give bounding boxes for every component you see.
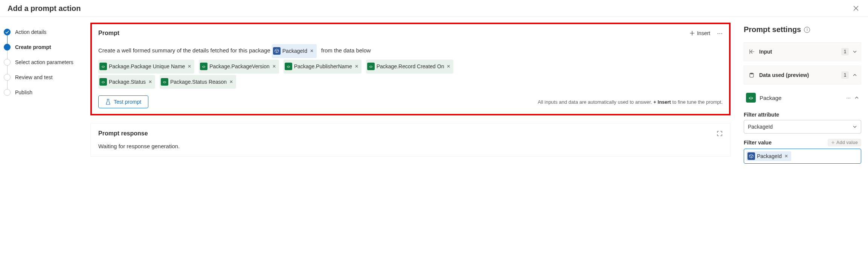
chevron-down-icon: [853, 49, 857, 54]
info-icon[interactable]: i: [804, 27, 810, 33]
hint-text: All inputs and data are automatically us…: [538, 99, 653, 105]
pending-step-icon: [4, 74, 11, 81]
prompt-text-fragment: from the data below: [321, 47, 371, 54]
step-label: Select action parameters: [15, 59, 73, 65]
token-publisher-name[interactable]: Package.PublisherName ✕: [284, 60, 362, 74]
remove-chip-button[interactable]: ✕: [229, 77, 234, 87]
data-entry-package: Package ···: [744, 89, 861, 106]
close-icon: [853, 6, 859, 11]
token-status[interactable]: Package.Status ✕: [98, 75, 155, 89]
chip-label: PackageId: [282, 45, 307, 57]
prompt-settings-panel: Prompt settings i Input 1 Data used (pre…: [744, 17, 868, 177]
svg-point-0: [750, 73, 754, 74]
step-create-prompt[interactable]: Create prompt: [4, 40, 87, 55]
token-packageid[interactable]: PackageId ✕: [272, 44, 317, 58]
dataverse-icon: [161, 78, 168, 86]
chip-label: Package.Status Reason: [170, 76, 227, 88]
dataverse-icon: [200, 63, 207, 70]
dataverse-icon: [746, 93, 756, 103]
hint-text: to fine tune the prompt.: [671, 99, 723, 105]
count-badge: 1: [841, 48, 849, 55]
settings-title: Prompt settings: [744, 25, 801, 34]
token-package-version[interactable]: Package.PackageVersion ✕: [199, 60, 279, 74]
token-status-reason[interactable]: Package.Status Reason ✕: [160, 75, 236, 89]
add-value-label: Add value: [836, 140, 858, 145]
insert-button[interactable]: Insert: [690, 30, 710, 36]
main-content: Prompt Insert ··· Create a well formed s…: [90, 17, 744, 170]
response-heading: Prompt response: [98, 130, 148, 137]
response-body: Waiting for response generation.: [98, 143, 723, 149]
section-label: Input: [759, 49, 837, 55]
select-value: PackageId: [748, 124, 773, 130]
dataverse-icon: [99, 63, 107, 70]
step-label: Review and test: [15, 74, 53, 80]
chevron-up-icon: [853, 73, 857, 77]
dialog-header: Add a prompt action: [0, 0, 868, 17]
section-label: Data used (preview): [759, 72, 837, 78]
current-step-icon: [4, 44, 11, 51]
step-action-details[interactable]: Action details: [4, 25, 87, 40]
add-value-button[interactable]: Add value: [828, 139, 861, 146]
hint-strong: + Insert: [653, 99, 671, 105]
remove-chip-button[interactable]: ✕: [784, 154, 789, 159]
chevron-up-icon[interactable]: [854, 95, 859, 100]
chip-label: PackageId: [757, 153, 782, 159]
fullscreen-button[interactable]: [717, 130, 723, 137]
section-input[interactable]: Input 1: [744, 42, 861, 61]
step-label: Action details: [15, 29, 46, 35]
filter-attribute-select[interactable]: PackageId: [744, 120, 861, 134]
beaker-icon: [105, 99, 111, 105]
plus-icon: [831, 141, 835, 144]
data-entry-label: Package: [760, 95, 842, 101]
chip-label: Package.Record Created On: [377, 61, 444, 72]
chip-label: Package.Package Unique Name: [109, 61, 185, 72]
dataverse-icon: [367, 63, 375, 70]
token-package-unique-name[interactable]: Package.Package Unique Name ✕: [98, 60, 194, 74]
pending-step-icon: [4, 59, 11, 66]
entry-more-button[interactable]: ···: [846, 95, 851, 101]
filter-attribute-field: Filter attribute PackageId: [744, 112, 861, 134]
fullscreen-icon: [717, 130, 723, 137]
remove-chip-button[interactable]: ✕: [354, 61, 359, 71]
chip-label: Package.PublisherName: [294, 61, 352, 72]
step-review-and-test[interactable]: Review and test: [4, 70, 87, 85]
step-label: Publish: [15, 89, 32, 95]
dataverse-icon: [99, 78, 107, 86]
database-icon: [748, 72, 755, 78]
pending-step-icon: [4, 89, 11, 96]
chip-label: Package.PackageVersion: [209, 61, 270, 72]
count-badge: 1: [841, 71, 849, 79]
test-prompt-button[interactable]: Test prompt: [98, 95, 148, 108]
step-select-action-parameters[interactable]: Select action parameters: [4, 55, 87, 70]
token-packageid[interactable]: PackageId ✕: [746, 151, 791, 161]
prompt-card: Prompt Insert ··· Create a well formed s…: [90, 23, 731, 115]
more-actions-button[interactable]: ···: [717, 30, 723, 37]
remove-chip-button[interactable]: ✕: [446, 61, 451, 71]
dialog-title: Add a prompt action: [8, 4, 81, 13]
cube-icon: [273, 47, 281, 55]
token-record-created-on[interactable]: Package.Record Created On ✕: [366, 60, 454, 74]
wizard-steps: Action details Create prompt Select acti…: [0, 17, 90, 107]
cube-icon: [747, 152, 755, 160]
filter-value-field: Filter value Add value PackageId ✕: [744, 139, 861, 164]
filter-value-input[interactable]: PackageId ✕: [744, 149, 861, 164]
chevron-down-icon: [853, 124, 857, 129]
remove-chip-button[interactable]: ✕: [272, 61, 277, 71]
field-label: Filter attribute: [744, 112, 861, 118]
remove-chip-button[interactable]: ✕: [309, 46, 314, 56]
step-label: Create prompt: [15, 44, 51, 50]
prompt-hint: All inputs and data are automatically us…: [538, 99, 723, 105]
chip-label: Package.Status: [109, 76, 146, 88]
close-button[interactable]: [851, 4, 860, 13]
prompt-text-fragment: Create a well formed summary of the deta…: [98, 47, 270, 54]
field-label: Filter value: [744, 140, 772, 146]
step-publish[interactable]: Publish: [4, 85, 87, 100]
section-data-used[interactable]: Data used (preview) 1: [744, 66, 861, 84]
remove-chip-button[interactable]: ✕: [187, 61, 192, 71]
plus-icon: [690, 31, 695, 36]
prompt-editor[interactable]: Create a well formed summary of the deta…: [98, 43, 723, 89]
test-prompt-label: Test prompt: [114, 99, 141, 105]
remove-chip-button[interactable]: ✕: [148, 77, 153, 87]
dataverse-icon: [285, 63, 292, 70]
input-icon: [748, 49, 755, 55]
